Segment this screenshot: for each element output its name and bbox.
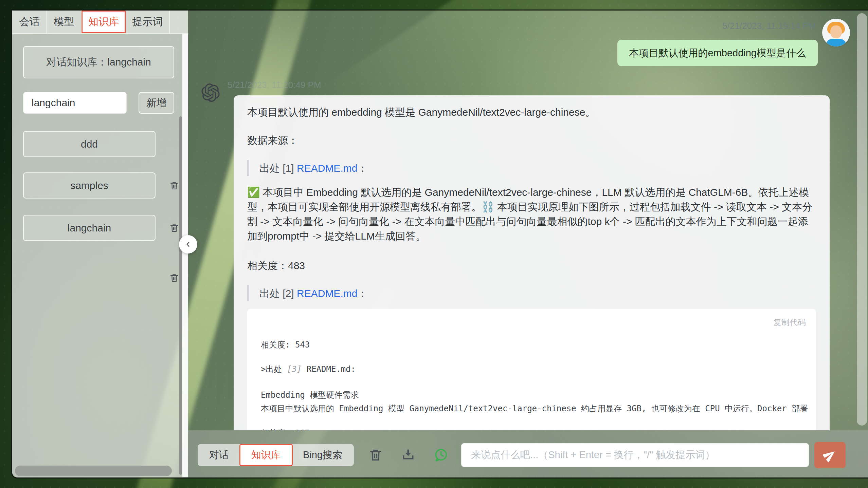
source-prefix: 出处 [1]: [259, 163, 297, 174]
copy-code-button[interactable]: 复制代码: [773, 315, 806, 330]
mode-knowledge-base[interactable]: 知识库: [239, 444, 293, 466]
sidebar-vertical-scrollbar-thumb[interactable]: [179, 116, 182, 475]
user-message-bubble: 本项目默认使用的embedding模型是什么: [617, 40, 818, 66]
source-quote-1: 出处 [1] README.md：: [247, 160, 816, 176]
chat-mode-group: 对话 知识库 Bing搜索: [198, 444, 354, 466]
readme-link[interactable]: README.md: [297, 163, 357, 174]
data-source-heading: 数据来源：: [247, 133, 816, 148]
code-block: 复制代码 相关度: 543 >出处 [3] README.md: Embeddi…: [247, 309, 816, 430]
code-line: 相关度: 367: [261, 426, 804, 430]
add-knowledge-base-row: 新增: [23, 92, 174, 114]
source-suffix: ：: [357, 163, 367, 174]
add-knowledge-base-button[interactable]: 新增: [139, 92, 174, 114]
mode-conversation[interactable]: 对话: [198, 445, 240, 466]
current-knowledge-base-label: 对话知识库：langchain: [23, 46, 174, 78]
source-suffix: ：: [357, 288, 367, 299]
answer-text: 本项目默认使用的 embedding 模型是 GanymedeNil/text2…: [247, 105, 816, 119]
knowledge-base-row: samples: [23, 172, 179, 199]
code-line: Embedding 模型硬件需求: [261, 388, 804, 402]
sidebar-collapse-button[interactable]: [179, 235, 197, 254]
toolbar-icons: [368, 448, 448, 463]
sidebar-tab-bar: 会话 模型 知识库 提示词: [12, 11, 188, 34]
chat-vertical-scrollbar[interactable]: [857, 13, 867, 426]
mode-bing-search[interactable]: Bing搜索: [292, 445, 353, 466]
message-input[interactable]: [461, 443, 809, 467]
download-export-icon[interactable]: [401, 448, 416, 463]
assistant-message-card: 本项目默认使用的 embedding 模型是 GanymedeNil/text2…: [234, 95, 830, 430]
user-message-timestamp: 5/21/2023, 11:19:14 PM: [722, 21, 816, 31]
tab-prompt[interactable]: 提示词: [126, 11, 170, 33]
send-button[interactable]: [814, 442, 846, 468]
assistant-message-timestamp: 5/21/2023, 11:20:49 PM: [228, 80, 321, 90]
code-line: 本项目中默认选用的 Embedding 模型 GanymedeNil/text2…: [261, 402, 804, 415]
avatar-face: [830, 25, 842, 38]
knowledge-base-item-samples[interactable]: samples: [23, 172, 156, 199]
chat-scroll-viewport: 5/21/2023, 11:19:14 PM 本项目默认使用的embedding…: [188, 11, 868, 430]
app-window: 会话 模型 知识库 提示词 对话知识库：langchain 新增 ddd sam…: [11, 10, 868, 478]
bottom-toolbar: 对话 知识库 Bing搜索: [188, 430, 868, 478]
trash-icon[interactable]: [169, 223, 179, 233]
avatar-shirt: [826, 39, 846, 46]
tab-model[interactable]: 模型: [47, 11, 82, 33]
history-clock-icon[interactable]: [433, 448, 448, 463]
relevance-score: 相关度：483: [247, 258, 816, 273]
chat-area: 5/21/2023, 11:19:14 PM 本项目默认使用的embedding…: [188, 11, 868, 477]
trash-icon[interactable]: [368, 448, 383, 463]
trash-icon[interactable]: [169, 180, 179, 191]
sidebar-vertical-scrollbar-track[interactable]: [182, 34, 188, 477]
code-line: 相关度: 543: [261, 338, 804, 352]
sidebar: 会话 模型 知识库 提示词 对话知识库：langchain 新增 ddd sam…: [12, 11, 188, 477]
source-prefix: 出处 [2]: [259, 288, 297, 299]
chevron-left-icon: [184, 241, 192, 248]
knowledge-base-item-ddd[interactable]: ddd: [23, 131, 156, 157]
sidebar-horizontal-scrollbar-thumb[interactable]: [15, 466, 172, 476]
code-citation-ref: [3]: [287, 364, 302, 374]
knowledge-base-row: [23, 273, 179, 283]
trash-icon[interactable]: [169, 273, 179, 283]
knowledge-base-row: langchain: [23, 215, 179, 241]
code-line: >出处 [3] README.md:: [261, 362, 804, 376]
knowledge-base-item-langchain[interactable]: langchain: [23, 215, 156, 241]
knowledge-base-row: ddd: [23, 131, 179, 157]
readme-link[interactable]: README.md: [297, 288, 357, 299]
openai-logo-icon: [201, 83, 220, 102]
avatar: [822, 19, 850, 46]
new-knowledge-base-input[interactable]: [23, 92, 127, 114]
tab-conversation[interactable]: 会话: [12, 11, 47, 33]
tab-knowledge-base[interactable]: 知识库: [82, 11, 126, 33]
send-plane-icon: [823, 448, 837, 462]
readme-excerpt-text: ✅ 本项目中 Embedding 默认选用的是 GanymedeNil/text…: [247, 185, 816, 243]
source-quote-2: 出处 [2] README.md：: [247, 285, 816, 301]
